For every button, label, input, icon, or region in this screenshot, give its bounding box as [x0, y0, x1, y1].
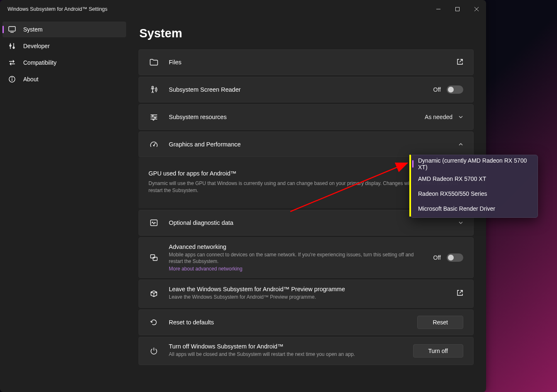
sidebar-item-label: About	[23, 76, 39, 83]
sidebar-item-label: System	[23, 26, 43, 33]
reset-button[interactable]: Reset	[417, 316, 463, 329]
gpu-option-basic[interactable]: Microsoft Basic Render Driver	[412, 201, 536, 216]
preview-desc: Leave the Windows Subsystem for Android™…	[169, 294, 447, 300]
sidebar-item-developer[interactable]: Developer	[2, 38, 126, 54]
reset-label: Reset to defaults	[169, 319, 407, 326]
diagnostic-label: Optional diagnostic data	[169, 219, 448, 226]
networking-row[interactable]: Advanced networking Mobile apps can conn…	[139, 237, 474, 278]
gpu-option-rx550[interactable]: Radeon RX550/550 Series	[412, 186, 536, 201]
network-icon	[149, 254, 159, 261]
files-row[interactable]: Files	[139, 49, 474, 75]
display-icon	[8, 26, 16, 33]
turnoff-button[interactable]: Turn off	[413, 344, 463, 358]
screen-reader-label: Subsystem Screen Reader	[169, 86, 423, 93]
preview-row[interactable]: Leave the Windows Subsystem for Android™…	[139, 280, 474, 308]
chevron-down-icon	[458, 220, 463, 225]
svg-rect-11	[151, 255, 155, 258]
sidebar-item-about[interactable]: About	[2, 71, 126, 87]
chevron-down-icon	[458, 114, 463, 119]
networking-link[interactable]: More about advanced networking	[169, 266, 423, 272]
files-label: Files	[169, 59, 447, 66]
annotation-highlight-bar	[409, 155, 411, 217]
svg-rect-10	[151, 220, 157, 226]
folder-icon	[149, 58, 159, 66]
turnoff-desc: All apps will be closed and the Subsyste…	[169, 351, 403, 358]
graphics-row[interactable]: Graphics and Performance	[139, 131, 474, 157]
svg-rect-1	[456, 7, 460, 11]
minimize-button[interactable]	[429, 2, 448, 16]
performance-icon	[149, 141, 159, 148]
sidebar-item-compatibility[interactable]: Compatibility	[2, 55, 126, 71]
open-external-icon	[457, 58, 463, 66]
gpu-dropdown[interactable]: Dynamic (currently AMD Radeon RX 5700 XT…	[411, 155, 538, 218]
networking-state: Off	[433, 254, 441, 261]
networking-desc: Mobile apps can connect to devices on th…	[169, 251, 423, 265]
swap-icon	[8, 59, 16, 66]
screen-reader-toggle[interactable]	[447, 85, 463, 94]
reset-icon	[149, 318, 159, 326]
sliders-icon	[149, 113, 159, 121]
preview-label: Leave the Windows Subsystem for Android™…	[169, 286, 447, 292]
gpu-option-dynamic[interactable]: Dynamic (currently AMD Radeon RX 5700 XT…	[412, 156, 536, 171]
resources-value: As needed	[425, 114, 452, 120]
info-icon	[8, 75, 16, 83]
turnoff-row: Turn off Windows Subsystem for Android™ …	[139, 337, 474, 365]
power-icon	[149, 347, 159, 355]
resources-label: Subsystem resources	[169, 114, 415, 120]
sidebar-item-system[interactable]: System	[2, 22, 126, 37]
titlebar[interactable]: Windows Subsystem for Android™ Settings	[0, 0, 486, 18]
svg-point-8	[12, 78, 12, 78]
svg-rect-4	[9, 27, 15, 31]
screen-reader-state: Off	[433, 86, 441, 93]
close-button[interactable]	[467, 2, 486, 16]
accessibility-icon	[149, 85, 159, 94]
sidebar-item-label: Compatibility	[23, 59, 56, 66]
sidebar-item-label: Developer	[23, 43, 50, 49]
open-external-icon	[457, 290, 463, 297]
chevron-up-icon	[458, 142, 463, 147]
graphics-label: Graphics and Performance	[169, 141, 448, 148]
reset-row: Reset to defaults Reset	[139, 309, 474, 335]
package-icon	[149, 290, 159, 298]
sidebar: System Developer Compatibility About	[0, 18, 129, 392]
svg-point-9	[152, 86, 153, 88]
screen-reader-row[interactable]: Subsystem Screen Reader Off	[139, 77, 474, 102]
tools-icon	[8, 42, 16, 50]
networking-label: Advanced networking	[169, 243, 423, 250]
svg-rect-12	[153, 257, 157, 261]
window-title: Windows Subsystem for Android™ Settings	[7, 6, 107, 12]
turnoff-label: Turn off Windows Subsystem for Android™	[169, 343, 403, 350]
page-title: System	[139, 27, 474, 40]
gpu-option-amd5700[interactable]: AMD Radeon RX 5700 XT	[412, 171, 536, 186]
networking-toggle[interactable]	[447, 253, 463, 262]
maximize-button[interactable]	[448, 2, 467, 16]
resources-row[interactable]: Subsystem resources As needed	[139, 104, 474, 130]
diagnostic-icon	[149, 219, 159, 226]
